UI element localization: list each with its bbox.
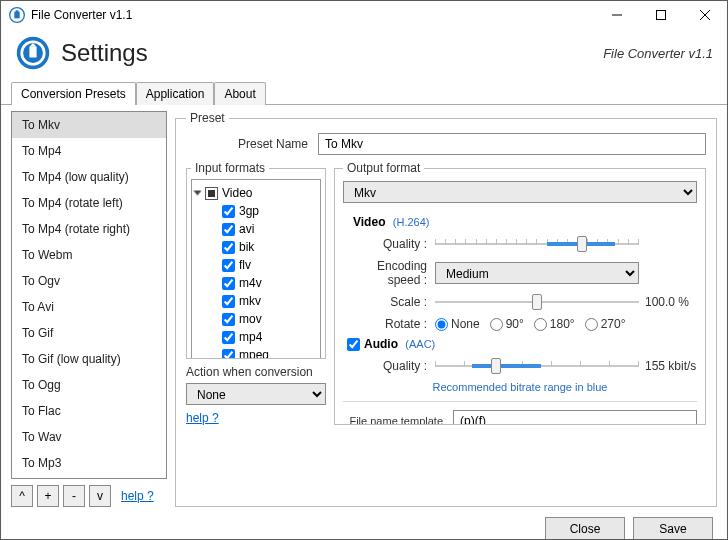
format-checkbox[interactable] xyxy=(222,295,235,308)
preset-item[interactable]: To Mp4 (rotate left) xyxy=(12,190,166,216)
tree-group-video[interactable]: Video xyxy=(194,184,318,202)
close-button[interactable]: Close xyxy=(545,517,625,540)
audio-enable-checkbox[interactable] xyxy=(347,338,360,351)
tree-item[interactable]: 3gp xyxy=(194,202,318,220)
video-quality-slider[interactable] xyxy=(435,235,639,253)
page-title: Settings xyxy=(61,39,603,67)
tabs: Conversion Presets Application About xyxy=(1,81,727,105)
preset-help-link[interactable]: help ? xyxy=(121,489,154,503)
encoding-speed-select[interactable]: Medium xyxy=(435,262,639,284)
tab-about[interactable]: About xyxy=(214,82,265,105)
tristate-checkbox[interactable] xyxy=(205,187,218,200)
format-checkbox[interactable] xyxy=(222,241,235,254)
rotate-label: Rotate : xyxy=(343,317,435,331)
preset-item[interactable]: To Mp4 (rotate right) xyxy=(12,216,166,242)
encoding-speed-label: Encoding speed : xyxy=(343,259,435,287)
video-section-head: Video (H.264) xyxy=(353,215,697,229)
format-checkbox[interactable] xyxy=(222,313,235,326)
preset-item[interactable]: To Flac xyxy=(12,398,166,424)
minimize-button[interactable] xyxy=(595,1,639,29)
format-checkbox[interactable] xyxy=(222,205,235,218)
output-format-select[interactable]: Mkv xyxy=(343,181,697,203)
move-up-button[interactable]: ^ xyxy=(11,485,33,507)
app-logo-icon xyxy=(15,35,51,71)
format-checkbox[interactable] xyxy=(222,223,235,236)
format-checkbox[interactable] xyxy=(222,331,235,344)
scale-label: Scale : xyxy=(343,295,435,309)
preset-fieldset: Preset Preset Name Input formats Video xyxy=(175,111,717,507)
rotate-90[interactable]: 90° xyxy=(490,317,524,331)
svg-rect-2 xyxy=(16,10,19,12)
tree-item[interactable]: mkv xyxy=(194,292,318,310)
preset-item[interactable]: To Mp3 xyxy=(12,450,166,476)
save-button[interactable]: Save xyxy=(633,517,713,540)
format-checkbox[interactable] xyxy=(222,277,235,290)
scale-slider[interactable] xyxy=(435,293,639,311)
tree-group-label: Video xyxy=(222,186,252,200)
preset-item[interactable]: To Wav xyxy=(12,424,166,450)
svg-rect-1 xyxy=(14,12,19,19)
action-select[interactable]: None xyxy=(186,383,326,405)
audio-quality-slider[interactable] xyxy=(435,357,639,375)
preset-item[interactable]: To Gif xyxy=(12,320,166,346)
rotate-none[interactable]: None xyxy=(435,317,480,331)
preset-item[interactable]: To Avi xyxy=(12,294,166,320)
format-tree[interactable]: Video 3gp avi bik flv m4v mkv mov mp4 mp… xyxy=(191,179,321,359)
maximize-button[interactable] xyxy=(639,1,683,29)
scale-value: 100.0 % xyxy=(639,295,697,309)
preset-item[interactable]: To Webm xyxy=(12,242,166,268)
delete-preset-button[interactable]: - xyxy=(63,485,85,507)
tree-item[interactable]: flv xyxy=(194,256,318,274)
rotate-radios: None 90° 180° 270° xyxy=(435,317,639,331)
filename-template-input[interactable] xyxy=(453,410,697,425)
rotate-270[interactable]: 270° xyxy=(585,317,626,331)
preset-legend: Preset xyxy=(186,111,229,125)
audio-section-head: Audio (AAC) xyxy=(364,337,435,351)
tab-application[interactable]: Application xyxy=(136,82,215,105)
expand-icon[interactable] xyxy=(194,191,202,196)
preset-name-label: Preset Name xyxy=(186,137,318,151)
preset-item[interactable]: To Ogg xyxy=(12,372,166,398)
titlebar: File Converter v1.1 xyxy=(1,1,727,29)
tree-item[interactable]: mov xyxy=(194,310,318,328)
preset-item[interactable]: To Gif (low quality) xyxy=(12,346,166,372)
move-down-button[interactable]: v xyxy=(89,485,111,507)
preset-item[interactable]: To Mp4 xyxy=(12,138,166,164)
header: Settings File Converter v1.1 xyxy=(1,29,727,81)
version-label: File Converter v1.1 xyxy=(603,46,713,61)
preset-item[interactable]: To Mkv xyxy=(12,112,166,138)
audio-quality-value: 155 kbit/s xyxy=(639,359,697,373)
bitrate-recommend: Recommended bitrate range in blue xyxy=(343,381,697,393)
action-label: Action when conversion xyxy=(186,365,326,379)
add-preset-button[interactable]: + xyxy=(37,485,59,507)
app-icon xyxy=(9,7,25,23)
output-format-legend: Output format xyxy=(343,161,424,175)
preset-name-input[interactable] xyxy=(318,133,706,155)
footer: Close Save xyxy=(1,507,727,540)
video-quality-label: Quality : xyxy=(343,237,435,251)
input-formats-fieldset: Input formats Video 3gp avi bik flv m xyxy=(186,161,326,359)
window-title: File Converter v1.1 xyxy=(31,8,595,22)
tree-item[interactable]: bik xyxy=(194,238,318,256)
preset-item[interactable]: To Ogv xyxy=(12,268,166,294)
tree-item[interactable]: mp4 xyxy=(194,328,318,346)
preset-item[interactable]: To Mp4 (low quality) xyxy=(12,164,166,190)
audio-quality-label: Quality : xyxy=(343,359,435,373)
close-window-button[interactable] xyxy=(683,1,727,29)
format-checkbox[interactable] xyxy=(222,259,235,272)
tab-conversion-presets[interactable]: Conversion Presets xyxy=(11,82,136,105)
svg-rect-10 xyxy=(29,47,36,58)
tree-item[interactable]: avi xyxy=(194,220,318,238)
tree-item[interactable]: mpeg xyxy=(194,346,318,359)
action-help-link[interactable]: help ? xyxy=(186,411,219,425)
filename-label: File name template xyxy=(343,415,453,425)
preset-list[interactable]: To Mkv To Mp4 To Mp4 (low quality) To Mp… xyxy=(11,111,167,479)
rotate-180[interactable]: 180° xyxy=(534,317,575,331)
svg-rect-4 xyxy=(657,11,666,20)
output-format-fieldset: Output format Mkv Video (H.264) Quality … xyxy=(334,161,706,425)
tree-item[interactable]: m4v xyxy=(194,274,318,292)
format-checkbox[interactable] xyxy=(222,349,235,360)
input-formats-legend: Input formats xyxy=(191,161,269,175)
